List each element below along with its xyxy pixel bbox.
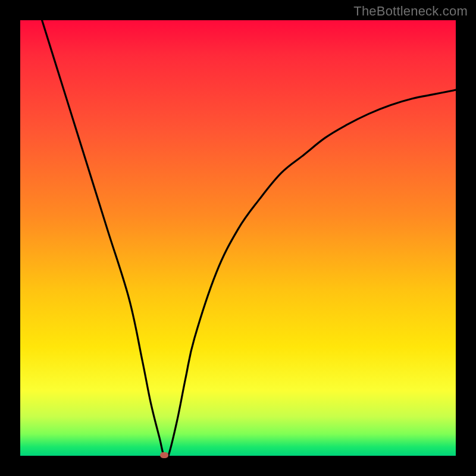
watermark-text: TheBottleneck.com (353, 4, 468, 19)
bottleneck-curve (20, 20, 456, 456)
plot-area (20, 20, 456, 456)
chart-frame: TheBottleneck.com (0, 0, 476, 476)
minimum-marker (160, 452, 168, 458)
